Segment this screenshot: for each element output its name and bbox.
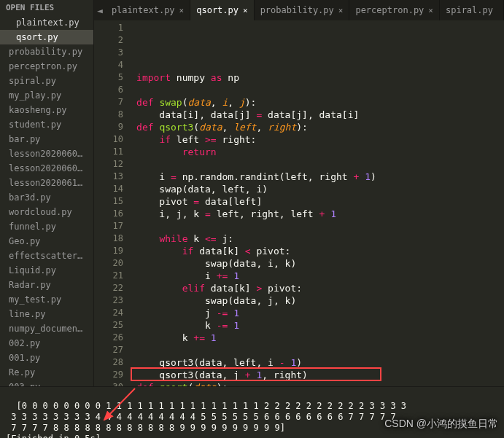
sidebar-file-item[interactable]: line.py bbox=[0, 307, 93, 321]
code-line[interactable]: data[i], data[j] = data[j], data[i] bbox=[136, 109, 504, 121]
sidebar-file-item[interactable]: my_test.py bbox=[0, 292, 93, 307]
line-number: 4 bbox=[94, 59, 123, 71]
code-line[interactable]: elif data[k] > pivot: bbox=[136, 282, 504, 294]
tab-prev-icon[interactable]: ◄ bbox=[94, 0, 106, 20]
line-number: 30 bbox=[94, 381, 123, 386]
line-number: 17 bbox=[94, 220, 123, 232]
sidebar-file-item[interactable]: plaintext.py bbox=[0, 15, 93, 30]
line-number: 23 bbox=[94, 294, 123, 307]
line-number: 13 bbox=[94, 171, 123, 183]
code-line[interactable]: def qsort(data): bbox=[136, 381, 504, 386]
code-line[interactable]: def swap(data, i, j): bbox=[136, 96, 504, 109]
sidebar-file-item[interactable]: spiral.py bbox=[0, 74, 93, 88]
sidebar-file-item[interactable]: kaosheng.py bbox=[0, 103, 93, 117]
line-number: 1 bbox=[94, 22, 123, 34]
line-number: 19 bbox=[94, 245, 123, 257]
sidebar-file-item[interactable]: bar.py bbox=[0, 132, 93, 146]
sidebar-file-item[interactable]: student.py bbox=[0, 117, 93, 132]
sidebar-file-item[interactable]: qsort.py bbox=[0, 30, 93, 44]
tab[interactable]: spiral.py bbox=[440, 0, 504, 20]
code-line[interactable]: swap(data, left, i) bbox=[136, 183, 504, 195]
output-text: [0 0 0 0 0 0 0 0 1 1 1 1 1 1 1 1 1 1 1 1… bbox=[6, 401, 406, 433]
code-line[interactable]: i = np.random.randint(left, right + 1) bbox=[136, 171, 504, 183]
open-files-list: plaintext.pyqsort.pyprobability.pypercep… bbox=[0, 15, 93, 386]
sidebar-file-item[interactable]: effectscatter.py bbox=[0, 249, 93, 263]
sidebar-file-item[interactable]: funnel.py bbox=[0, 219, 93, 234]
sidebar-file-item[interactable]: Re.py bbox=[0, 365, 93, 380]
line-number: 6 bbox=[94, 84, 123, 96]
line-number: 10 bbox=[94, 133, 123, 146]
tab-bar: ◄ plaintext.py×qsort.py×probability.py×p… bbox=[94, 0, 504, 20]
line-number: 25 bbox=[94, 319, 123, 332]
tab[interactable]: perceptron.py× bbox=[349, 0, 440, 20]
tab-label: qsort.py bbox=[196, 5, 239, 15]
code-line[interactable]: i += 1 bbox=[136, 270, 504, 282]
code-line[interactable] bbox=[136, 220, 504, 232]
code-line[interactable] bbox=[136, 344, 504, 356]
line-number: 20 bbox=[94, 257, 123, 270]
line-number: 27 bbox=[94, 344, 123, 356]
code-line[interactable]: return bbox=[136, 146, 504, 158]
line-number: 5 bbox=[94, 71, 123, 84]
code-line[interactable]: swap(data, j, k) bbox=[136, 294, 504, 307]
sidebar-file-item[interactable]: numpy_documentation bbox=[0, 321, 93, 336]
line-number: 9 bbox=[94, 121, 123, 133]
sidebar-file-item[interactable]: probability.py bbox=[0, 44, 93, 59]
tab-label: probability.py bbox=[260, 5, 334, 15]
sidebar-file-item[interactable]: 003.py bbox=[0, 380, 93, 386]
sidebar-file-item[interactable]: Geo.py bbox=[0, 234, 93, 249]
code-line[interactable]: if data[k] < pivot: bbox=[136, 245, 504, 257]
sidebar-file-item[interactable]: lesson20200606.py bbox=[0, 161, 93, 176]
code-line[interactable] bbox=[136, 84, 504, 96]
code-line[interactable]: qsort3(data, j + 1, right) bbox=[136, 369, 504, 381]
code-line[interactable]: k += 1 bbox=[136, 332, 504, 344]
line-number: 28 bbox=[94, 356, 123, 369]
code-line[interactable]: swap(data, i, k) bbox=[136, 257, 504, 270]
code-line[interactable]: while k <= j: bbox=[136, 232, 504, 245]
line-number: 21 bbox=[94, 270, 123, 282]
code-line[interactable]: k -= 1 bbox=[136, 319, 504, 332]
line-number: 24 bbox=[94, 307, 123, 319]
sidebar-file-item[interactable]: Radar.py bbox=[0, 278, 93, 292]
sidebar-file-item[interactable]: perceptron.py bbox=[0, 59, 93, 74]
code-content[interactable]: import numpy as np def swap(data, i, j):… bbox=[131, 20, 504, 386]
sidebar-file-item[interactable]: wordcloud.py bbox=[0, 205, 93, 219]
code-line[interactable]: j -= 1 bbox=[136, 307, 504, 319]
sidebar-file-item[interactable]: 002.py bbox=[0, 336, 93, 351]
code-line[interactable] bbox=[136, 158, 504, 171]
close-icon[interactable]: × bbox=[338, 6, 344, 15]
sidebar[interactable]: OPEN FILES plaintext.pyqsort.pyprobabili… bbox=[0, 0, 94, 386]
close-icon[interactable]: × bbox=[428, 6, 433, 15]
code-line[interactable]: pivot = data[left] bbox=[136, 195, 504, 208]
line-number: 2 bbox=[94, 34, 123, 47]
tab[interactable]: probability.py× bbox=[255, 0, 350, 20]
tab[interactable]: qsort.py× bbox=[190, 0, 254, 20]
sidebar-file-item[interactable]: lesson20200607.py bbox=[0, 146, 93, 161]
code-line[interactable]: qsort3(data, left, i - 1) bbox=[136, 356, 504, 369]
sidebar-file-item[interactable]: 001.py bbox=[0, 351, 93, 365]
editor-area: ◄ plaintext.py×qsort.py×probability.py×p… bbox=[94, 0, 504, 386]
line-number: 7 bbox=[94, 96, 123, 109]
line-number: 8 bbox=[94, 109, 123, 121]
line-number: 15 bbox=[94, 195, 123, 208]
sidebar-file-item[interactable]: lesson20200614.py bbox=[0, 176, 93, 190]
tab[interactable]: plaintext.py× bbox=[106, 0, 190, 20]
code-line[interactable]: import numpy as np bbox=[136, 71, 504, 84]
open-files-header: OPEN FILES bbox=[0, 0, 93, 15]
output-finished: [Finished in 0.5s] bbox=[6, 434, 101, 438]
code-line[interactable]: if left >= right: bbox=[136, 133, 504, 146]
close-icon[interactable]: × bbox=[243, 6, 248, 15]
sidebar-file-item[interactable]: my_play.py bbox=[0, 88, 93, 103]
code-line[interactable]: i, j, k = left, right, left + 1 bbox=[136, 208, 504, 220]
code-editor[interactable]: 1234567891011121314151617181920212223242… bbox=[94, 20, 504, 386]
watermark: CSDN @小鸿的摸鱼日常 bbox=[384, 418, 498, 431]
tab-label: perceptron.py bbox=[355, 5, 424, 15]
tab-label: plaintext.py bbox=[112, 5, 175, 15]
code-line[interactable]: def qsort3(data, left, right): bbox=[136, 121, 504, 133]
line-number: 11 bbox=[94, 146, 123, 158]
sidebar-file-item[interactable]: Liquid.py bbox=[0, 263, 93, 278]
line-number: 3 bbox=[94, 47, 123, 59]
close-icon[interactable]: × bbox=[179, 6, 185, 15]
sidebar-file-item[interactable]: bar3d.py bbox=[0, 190, 93, 205]
line-number: 12 bbox=[94, 158, 123, 171]
